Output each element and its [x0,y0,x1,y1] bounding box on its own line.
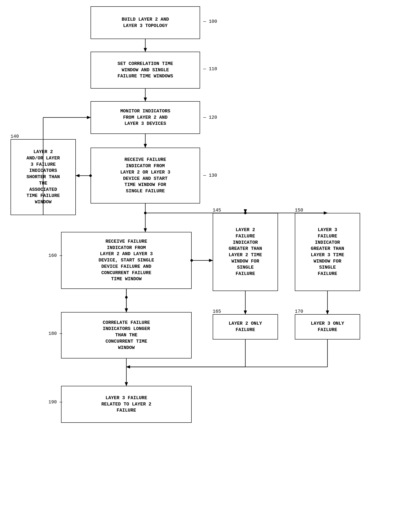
ref-180: 180 — [48,331,62,336]
ref-100: — 100 [203,19,217,24]
ref-170: 170 [295,309,303,314]
svg-marker-22 [326,311,329,314]
box-100: BUILD LAYER 2 ANDLAYER 3 TOPOLOGY [91,6,200,39]
svg-marker-39 [126,365,130,368]
box-145: LAYER 2FAILUREINDICATORGREATER THANLAYER… [213,213,278,291]
box-160: RECEIVE FAILUREINDICATOR FROMLAYER 2 AND… [61,232,192,289]
svg-marker-20 [244,311,247,314]
svg-marker-31 [125,309,128,312]
ref-145: 145 [213,208,221,213]
ref-130: — 130 [203,173,217,178]
ref-150: 150 [295,208,303,213]
box-170: LAYER 3 ONLYFAILURE [295,314,360,340]
box-140: LAYER 2AND/OR LAYER3 FAILUREINDICATORSSH… [10,139,76,215]
svg-marker-8 [76,174,79,177]
ref-140: 140 [10,134,19,139]
svg-marker-33 [125,382,128,386]
ref-120: — 120 [203,115,217,120]
svg-marker-16 [244,209,247,213]
box-165: LAYER 2 ONLYFAILURE [213,314,278,340]
box-190: LAYER 3 FAILURERELATED TO LAYER 2FAILURE [61,386,192,423]
svg-marker-5 [144,144,147,148]
svg-marker-29 [209,259,213,262]
box-150: LAYER 3FAILUREINDICATORGREATER THANLAYER… [295,213,360,291]
svg-marker-1 [144,48,147,52]
box-110: SET CORRELATION TIMEWINDOW AND SINGLEFAI… [91,52,200,89]
flowchart-diagram: BUILD LAYER 2 ANDLAYER 3 TOPOLOGY — 100 … [0,0,394,532]
box-130: RECEIVE FAILUREINDICATOR FROMLAYER 2 OR … [91,148,200,203]
box-120: MONITOR INDICATORSFROM LAYER 2 ANDLAYER … [91,101,200,134]
ref-165: 165 [213,309,221,314]
ref-110: — 110 [203,66,217,72]
svg-marker-12 [144,228,147,232]
box-180: CORRELATE FAILUREINDICATORS LONGERTHAN T… [61,312,192,358]
ref-160: 160 — [48,253,62,258]
svg-marker-42 [87,116,91,119]
ref-190: 190 — [48,399,62,405]
svg-point-24 [125,296,128,298]
svg-point-10 [144,212,147,214]
svg-marker-3 [144,98,147,101]
svg-marker-26 [125,309,128,312]
